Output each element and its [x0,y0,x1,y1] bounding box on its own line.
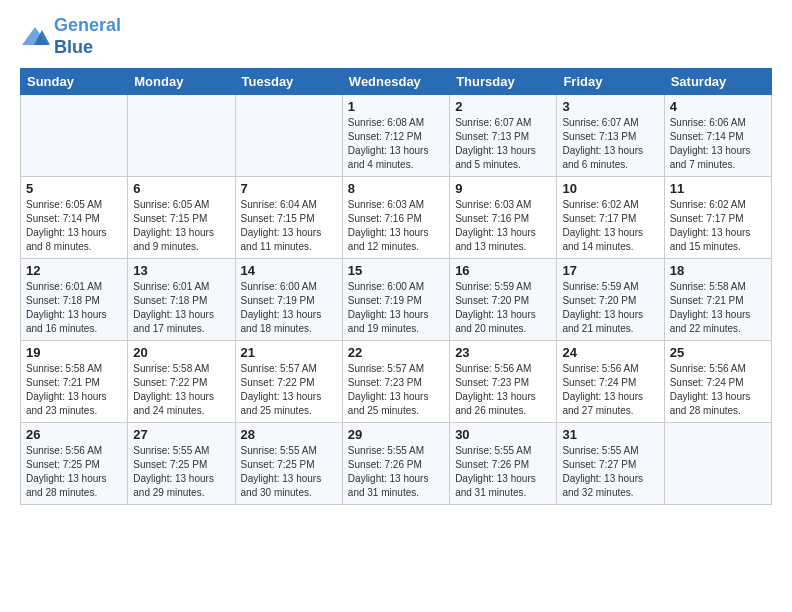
day-info: Sunrise: 6:05 AMSunset: 7:15 PMDaylight:… [133,198,229,254]
day-info: Sunrise: 5:55 AMSunset: 7:25 PMDaylight:… [241,444,337,500]
calendar-cell: 9Sunrise: 6:03 AMSunset: 7:16 PMDaylight… [450,177,557,259]
day-info: Sunrise: 6:03 AMSunset: 7:16 PMDaylight:… [348,198,444,254]
day-number: 5 [26,181,122,196]
day-number: 16 [455,263,551,278]
day-info: Sunrise: 6:02 AMSunset: 7:17 PMDaylight:… [670,198,766,254]
calendar-cell: 29Sunrise: 5:55 AMSunset: 7:26 PMDayligh… [342,423,449,505]
calendar-cell: 31Sunrise: 5:55 AMSunset: 7:27 PMDayligh… [557,423,664,505]
logo: General Blue [20,15,121,58]
day-info: Sunrise: 5:56 AMSunset: 7:25 PMDaylight:… [26,444,122,500]
day-info: Sunrise: 6:00 AMSunset: 7:19 PMDaylight:… [348,280,444,336]
page-header: General Blue [20,15,772,58]
week-row-5: 26Sunrise: 5:56 AMSunset: 7:25 PMDayligh… [21,423,772,505]
weekday-header-row: SundayMondayTuesdayWednesdayThursdayFrid… [21,69,772,95]
day-number: 27 [133,427,229,442]
calendar-cell: 28Sunrise: 5:55 AMSunset: 7:25 PMDayligh… [235,423,342,505]
calendar-cell: 25Sunrise: 5:56 AMSunset: 7:24 PMDayligh… [664,341,771,423]
day-number: 15 [348,263,444,278]
day-number: 23 [455,345,551,360]
calendar-cell: 15Sunrise: 6:00 AMSunset: 7:19 PMDayligh… [342,259,449,341]
calendar-cell: 13Sunrise: 6:01 AMSunset: 7:18 PMDayligh… [128,259,235,341]
day-info: Sunrise: 5:55 AMSunset: 7:26 PMDaylight:… [348,444,444,500]
weekday-header-tuesday: Tuesday [235,69,342,95]
calendar-cell: 21Sunrise: 5:57 AMSunset: 7:22 PMDayligh… [235,341,342,423]
day-info: Sunrise: 6:01 AMSunset: 7:18 PMDaylight:… [133,280,229,336]
calendar-cell: 17Sunrise: 5:59 AMSunset: 7:20 PMDayligh… [557,259,664,341]
calendar-cell: 11Sunrise: 6:02 AMSunset: 7:17 PMDayligh… [664,177,771,259]
calendar-cell: 22Sunrise: 5:57 AMSunset: 7:23 PMDayligh… [342,341,449,423]
weekday-header-saturday: Saturday [664,69,771,95]
day-number: 2 [455,99,551,114]
calendar-cell: 6Sunrise: 6:05 AMSunset: 7:15 PMDaylight… [128,177,235,259]
week-row-4: 19Sunrise: 5:58 AMSunset: 7:21 PMDayligh… [21,341,772,423]
calendar-cell [664,423,771,505]
day-number: 20 [133,345,229,360]
day-number: 4 [670,99,766,114]
day-info: Sunrise: 5:55 AMSunset: 7:25 PMDaylight:… [133,444,229,500]
day-number: 14 [241,263,337,278]
day-number: 1 [348,99,444,114]
calendar-cell: 18Sunrise: 5:58 AMSunset: 7:21 PMDayligh… [664,259,771,341]
day-info: Sunrise: 5:59 AMSunset: 7:20 PMDaylight:… [455,280,551,336]
day-info: Sunrise: 6:03 AMSunset: 7:16 PMDaylight:… [455,198,551,254]
week-row-3: 12Sunrise: 6:01 AMSunset: 7:18 PMDayligh… [21,259,772,341]
weekday-header-sunday: Sunday [21,69,128,95]
day-number: 3 [562,99,658,114]
logo-icon [20,25,50,49]
day-info: Sunrise: 5:55 AMSunset: 7:27 PMDaylight:… [562,444,658,500]
day-number: 26 [26,427,122,442]
calendar-cell: 30Sunrise: 5:55 AMSunset: 7:26 PMDayligh… [450,423,557,505]
day-info: Sunrise: 6:08 AMSunset: 7:12 PMDaylight:… [348,116,444,172]
calendar-cell: 26Sunrise: 5:56 AMSunset: 7:25 PMDayligh… [21,423,128,505]
day-number: 6 [133,181,229,196]
day-number: 29 [348,427,444,442]
day-number: 22 [348,345,444,360]
calendar-cell: 4Sunrise: 6:06 AMSunset: 7:14 PMDaylight… [664,95,771,177]
day-number: 12 [26,263,122,278]
day-info: Sunrise: 5:57 AMSunset: 7:22 PMDaylight:… [241,362,337,418]
calendar-cell: 8Sunrise: 6:03 AMSunset: 7:16 PMDaylight… [342,177,449,259]
calendar-cell: 5Sunrise: 6:05 AMSunset: 7:14 PMDaylight… [21,177,128,259]
day-number: 24 [562,345,658,360]
day-number: 30 [455,427,551,442]
weekday-header-wednesday: Wednesday [342,69,449,95]
page-container: General Blue SundayMondayTuesdayWednesda… [0,0,792,520]
week-row-1: 1Sunrise: 6:08 AMSunset: 7:12 PMDaylight… [21,95,772,177]
day-info: Sunrise: 5:55 AMSunset: 7:26 PMDaylight:… [455,444,551,500]
calendar-cell: 16Sunrise: 5:59 AMSunset: 7:20 PMDayligh… [450,259,557,341]
calendar-cell: 19Sunrise: 5:58 AMSunset: 7:21 PMDayligh… [21,341,128,423]
calendar-cell: 24Sunrise: 5:56 AMSunset: 7:24 PMDayligh… [557,341,664,423]
day-info: Sunrise: 6:07 AMSunset: 7:13 PMDaylight:… [455,116,551,172]
day-info: Sunrise: 6:05 AMSunset: 7:14 PMDaylight:… [26,198,122,254]
day-info: Sunrise: 5:58 AMSunset: 7:21 PMDaylight:… [670,280,766,336]
week-row-2: 5Sunrise: 6:05 AMSunset: 7:14 PMDaylight… [21,177,772,259]
day-info: Sunrise: 6:02 AMSunset: 7:17 PMDaylight:… [562,198,658,254]
day-info: Sunrise: 6:01 AMSunset: 7:18 PMDaylight:… [26,280,122,336]
calendar-cell: 2Sunrise: 6:07 AMSunset: 7:13 PMDaylight… [450,95,557,177]
day-number: 11 [670,181,766,196]
day-info: Sunrise: 5:58 AMSunset: 7:22 PMDaylight:… [133,362,229,418]
calendar-cell: 1Sunrise: 6:08 AMSunset: 7:12 PMDaylight… [342,95,449,177]
day-number: 21 [241,345,337,360]
calendar-cell [128,95,235,177]
calendar-cell: 14Sunrise: 6:00 AMSunset: 7:19 PMDayligh… [235,259,342,341]
calendar-cell: 20Sunrise: 5:58 AMSunset: 7:22 PMDayligh… [128,341,235,423]
day-info: Sunrise: 5:57 AMSunset: 7:23 PMDaylight:… [348,362,444,418]
day-number: 18 [670,263,766,278]
day-info: Sunrise: 5:59 AMSunset: 7:20 PMDaylight:… [562,280,658,336]
day-number: 17 [562,263,658,278]
day-number: 28 [241,427,337,442]
calendar-cell: 7Sunrise: 6:04 AMSunset: 7:15 PMDaylight… [235,177,342,259]
day-number: 13 [133,263,229,278]
day-info: Sunrise: 6:07 AMSunset: 7:13 PMDaylight:… [562,116,658,172]
day-number: 19 [26,345,122,360]
calendar-cell [21,95,128,177]
day-info: Sunrise: 5:58 AMSunset: 7:21 PMDaylight:… [26,362,122,418]
calendar-cell: 27Sunrise: 5:55 AMSunset: 7:25 PMDayligh… [128,423,235,505]
logo-text: General Blue [54,15,121,58]
weekday-header-monday: Monday [128,69,235,95]
calendar-cell: 23Sunrise: 5:56 AMSunset: 7:23 PMDayligh… [450,341,557,423]
calendar-table: SundayMondayTuesdayWednesdayThursdayFrid… [20,68,772,505]
day-number: 25 [670,345,766,360]
day-number: 8 [348,181,444,196]
